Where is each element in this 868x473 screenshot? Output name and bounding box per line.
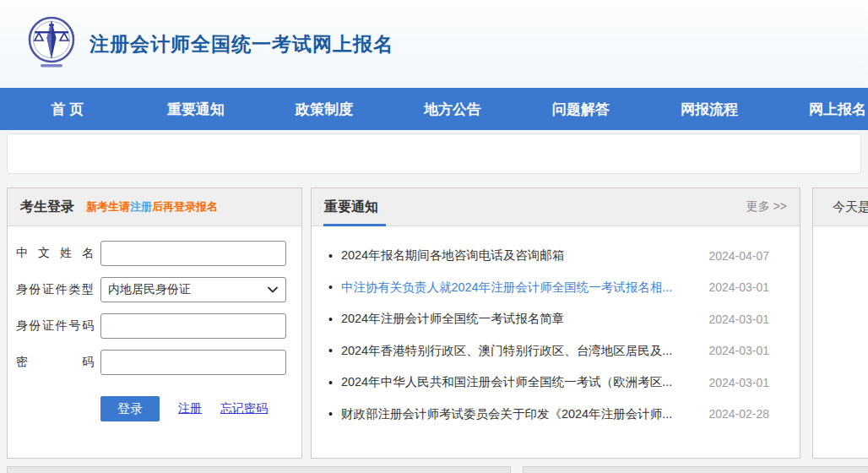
notice-date: 2024-03-01 [708,344,769,357]
id-type-label: 身份证件类型 [16,282,94,297]
notice-link[interactable]: 2024年报名期间各地咨询电话及咨询邮箱 [341,247,697,264]
active-tab-underline [323,224,386,226]
id-type-row: 身份证件类型 内地居民身份证 [16,277,286,302]
main-content: 考生登录 新考生请注册后再登录报名 中文姓名 身份证件类型 内地居民身份证 身份… [7,188,868,459]
notice-date: 2024-03-01 [708,313,769,326]
note-prefix: 新考生请 [86,200,130,213]
note-suffix: 后再登录报名 [152,200,218,213]
notice-link[interactable]: 中注协有关负责人就2024年注册会计师全国统一考试报名相... [341,280,697,296]
id-type-selected-value: 内地居民身份证 [108,282,191,297]
bullet-icon: • [328,280,333,294]
notices-title: 重要通知 [324,198,378,216]
password-label: 密码 [16,355,94,370]
notice-date: 2024-02-28 [708,407,769,421]
name-row: 中文姓名 [16,241,286,266]
notice-item: • 中注协有关负责人就2024年注册会计师全国统一考试报名相... 2024-0… [312,272,800,304]
site-header: 注册会计师全国统一考试网上报名 [0,0,868,88]
name-input[interactable] [100,241,286,266]
bullet-icon: • [328,313,333,326]
bullet-icon: • [328,407,333,421]
banner-area [7,133,861,174]
nav-item-online-registration[interactable]: 网上报名 [773,100,868,119]
login-button[interactable]: 登录 [100,396,160,421]
bullet-icon: • [328,249,333,263]
login-panel: 考生登录 新考生请注册后再登录报名 中文姓名 身份证件类型 内地居民身份证 身份… [7,188,302,459]
nav-item-home[interactable]: 首 页 [3,100,132,119]
login-actions: 登录 注册 忘记密码 [16,396,286,421]
notice-item: • 2024年注册会计师全国统一考试报名简章 2024-03-01 [312,303,800,335]
login-form: 中文姓名 身份证件类型 内地居民身份证 身份证件号码 密码 登录 注册 [8,226,301,421]
forgot-password-link[interactable]: 忘记密码 [220,401,268,416]
id-number-label: 身份证件号码 [16,318,94,334]
notice-date: 2024-03-01 [708,280,769,294]
login-panel-header: 考生登录 新考生请注册后再登录报名 [8,188,301,226]
id-type-select[interactable]: 内地居民身份证 [100,277,286,302]
nav-item-notices[interactable]: 重要通知 [132,100,260,119]
notices-panel-header: 重要通知 更多 >> [312,188,800,226]
notice-list: • 2024年报名期间各地咨询电话及咨询邮箱 2024-04-07 • 中注协有… [312,226,800,430]
password-input[interactable] [100,350,286,375]
more-link[interactable]: 更多 >> [746,199,787,215]
nav-item-process[interactable]: 网报流程 [645,100,773,119]
notice-date: 2024-03-01 [708,376,769,389]
nav-item-faq[interactable]: 问题解答 [517,100,645,119]
nav-item-local-announcements[interactable]: 地方公告 [388,100,517,119]
notice-link[interactable]: 2024年中华人民共和国注册会计师全国统一考试（欧洲考区... [341,374,697,390]
nav-item-policies[interactable]: 政策制度 [260,100,388,119]
login-title: 考生登录 [20,198,74,216]
new-candidate-note: 新考生请注册后再登录报名 [86,199,218,215]
bullet-icon: • [328,344,333,357]
chevron-down-icon [267,284,279,296]
cicpa-logo-icon [24,14,79,73]
notice-link[interactable]: 2024年香港特别行政区、澳门特别行政区、台湾地区居民及... [341,343,697,359]
next-panel-header [523,466,868,473]
notice-date: 2024-04-07 [708,249,769,263]
today-panel: 今天是 [812,188,868,459]
today-panel-header: 今天是 [813,188,868,226]
name-label: 中文姓名 [16,246,94,261]
id-number-input[interactable] [100,313,286,339]
notice-link[interactable]: 2024年注册会计师全国统一考试报名简章 [341,311,697,327]
password-row: 密码 [16,350,286,375]
note-register-link[interactable]: 注册 [130,200,152,213]
next-panel-header [7,466,511,473]
notice-item: • 2024年中华人民共和国注册会计师全国统一考试（欧洲考区... 2024-0… [312,367,800,399]
notice-item: • 2024年报名期间各地咨询电话及咨询邮箱 2024-04-07 [312,240,800,272]
notices-panel: 重要通知 更多 >> • 2024年报名期间各地咨询电话及咨询邮箱 2024-0… [311,188,800,459]
today-text: 今天是 [833,199,868,215]
main-nav: 首 页 重要通知 政策制度 地方公告 问题解答 网报流程 网上报名 [0,88,868,130]
id-number-row: 身份证件号码 [16,313,286,339]
page-title: 注册会计师全国统一考试网上报名 [90,31,393,57]
notice-link[interactable]: 财政部注册会计师考试委员会关于印发《2024年注册会计师... [341,406,697,422]
register-link[interactable]: 注册 [178,401,202,416]
notice-item: • 财政部注册会计师考试委员会关于印发《2024年注册会计师... 2024-0… [312,399,800,431]
bullet-icon: • [328,376,333,389]
notice-item: • 2024年香港特别行政区、澳门特别行政区、台湾地区居民及... 2024-0… [312,335,800,367]
